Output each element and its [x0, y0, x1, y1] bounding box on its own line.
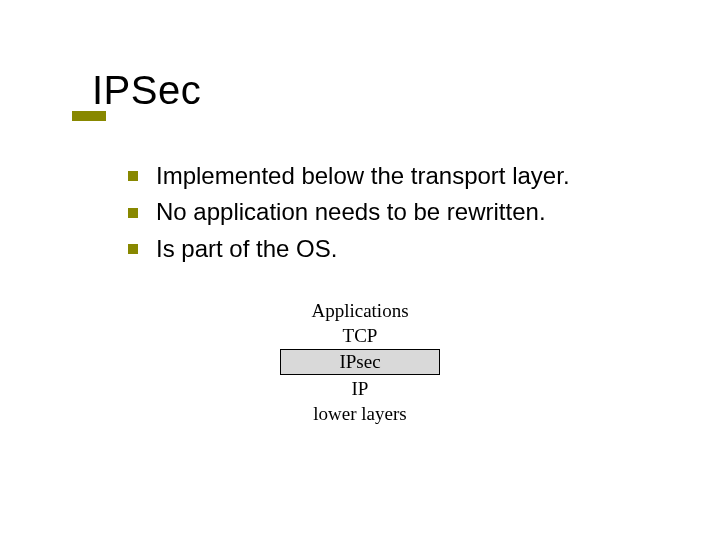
- square-bullet-icon: [128, 171, 138, 181]
- protocol-stack: Applications TCP IPsec IP lower layers: [0, 298, 720, 426]
- list-item: Is part of the OS.: [128, 233, 570, 265]
- bullet-text: Is part of the OS.: [156, 233, 337, 265]
- stack-layer-ipsec: IPsec: [280, 349, 439, 375]
- stack-layer-applications: Applications: [0, 298, 720, 323]
- bullet-text: Implemented below the transport layer.: [156, 160, 570, 192]
- bullet-list: Implemented below the transport layer. N…: [128, 160, 570, 269]
- stack-layer-lower: lower layers: [0, 401, 720, 426]
- slide: IPSec Implemented below the transport la…: [0, 0, 720, 540]
- list-item: No application needs to be rewritten.: [128, 196, 570, 228]
- bullet-text: No application needs to be rewritten.: [156, 196, 546, 228]
- stack-layer-ip: IP: [0, 376, 720, 401]
- square-bullet-icon: [128, 208, 138, 218]
- square-bullet-icon: [128, 244, 138, 254]
- stack-layer-tcp: TCP: [0, 323, 720, 348]
- title-block: IPSec: [92, 68, 201, 113]
- slide-title: IPSec: [92, 68, 201, 113]
- list-item: Implemented below the transport layer.: [128, 160, 570, 192]
